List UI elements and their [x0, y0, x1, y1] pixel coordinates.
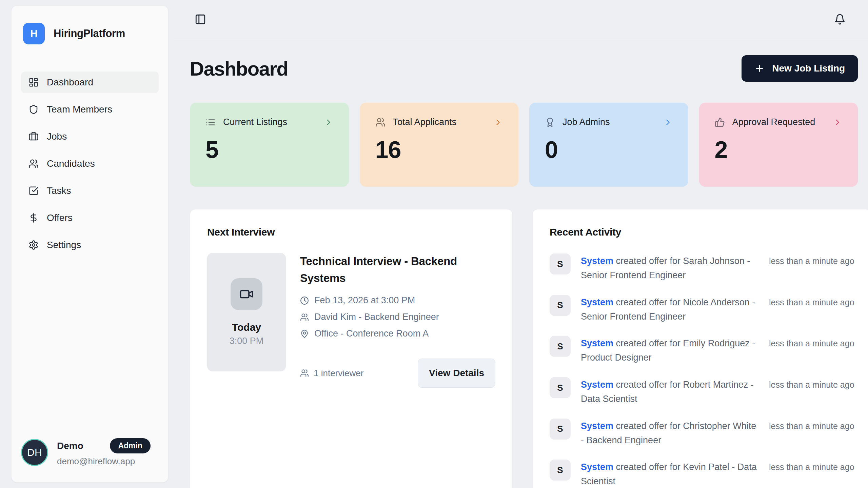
stat-value: 5 [205, 136, 333, 163]
activity-item: S System created offer for Sarah Johnson… [550, 253, 854, 283]
layout-dashboard-icon [28, 77, 39, 87]
new-job-listing-button[interactable]: New Job Listing [742, 55, 858, 82]
sidebar-item-team-members[interactable]: Team Members [21, 99, 159, 120]
activity-avatar: S [550, 253, 571, 274]
activity-list: S System created offer for Sarah Johnson… [550, 253, 854, 488]
activity-avatar: S [550, 377, 571, 398]
user-info: Demo Admin demo@hireflow.app [57, 438, 159, 467]
bell-icon [834, 14, 846, 25]
activity-avatar: S [550, 295, 571, 316]
sidebar-item-label: Candidates [47, 158, 95, 169]
sidebar-item-offers[interactable]: Offers [21, 207, 159, 229]
sidebar-toggle-button[interactable] [195, 14, 206, 25]
sidebar-item-jobs[interactable]: Jobs [21, 126, 159, 147]
sidebar-item-candidates[interactable]: Candidates [21, 153, 159, 175]
main-area: Dashboard New Job Listing Current Listin… [174, 0, 868, 488]
activity-timestamp: less than a minute ago [769, 295, 854, 307]
list-icon [205, 117, 216, 127]
interview-day: Today [232, 322, 261, 333]
award-icon [545, 117, 555, 127]
panel-left-icon [195, 14, 206, 25]
notifications-button[interactable] [834, 14, 846, 25]
activity-actor[interactable]: System [581, 421, 613, 431]
clock-icon [300, 296, 309, 305]
sidebar-item-label: Offers [47, 212, 73, 223]
topbar [174, 0, 868, 39]
stat-card-total-applicants[interactable]: Total Applicants 16 [360, 103, 519, 187]
user-email: demo@hireflow.app [57, 456, 159, 467]
stat-value: 0 [545, 136, 673, 163]
user-name: Demo [57, 441, 83, 451]
interview-time: 3:00 PM [230, 336, 264, 346]
activity-item: S System created offer for Christopher W… [550, 419, 854, 448]
chevron-right-icon [833, 118, 842, 127]
gear-icon [28, 240, 39, 250]
activity-timestamp: less than a minute ago [769, 253, 854, 266]
chevron-right-icon [324, 118, 333, 127]
brand: H HiringPlatform [18, 23, 161, 44]
interview-candidate-row: David Kim - Backend Engineer [300, 312, 495, 322]
activity-actor[interactable]: System [581, 297, 613, 307]
sidebar-item-settings[interactable]: Settings [21, 234, 159, 256]
view-details-button[interactable]: View Details [418, 359, 495, 388]
video-icon [231, 278, 262, 310]
interview-location-row: Office - Conference Room A [300, 328, 495, 339]
interview-datetime: Feb 13, 2026 at 3:00 PM [314, 295, 415, 306]
users-icon [375, 117, 386, 127]
map-pin-icon [300, 329, 309, 338]
user-profile[interactable]: DH Demo Admin demo@hireflow.app [12, 438, 168, 467]
stat-card-current-listings[interactable]: Current Listings 5 [190, 103, 349, 187]
activity-item: S System created offer for Emily Rodrigu… [550, 336, 854, 365]
stat-card-job-admins[interactable]: Job Admins 0 [529, 103, 688, 187]
stat-label: Job Admins [563, 117, 610, 127]
users-icon [28, 159, 39, 169]
interviewer-count: 1 interviewer [300, 368, 363, 379]
stat-value: 2 [715, 136, 843, 163]
content: Dashboard New Job Listing Current Listin… [174, 39, 868, 488]
interview-candidate: David Kim - Backend Engineer [314, 312, 439, 322]
next-interview-panel: Next Interview Today 3:00 PM Technical I… [190, 209, 513, 488]
activity-timestamp: less than a minute ago [769, 419, 854, 431]
activity-item: S System created offer for Nicole Anders… [550, 295, 854, 324]
users-icon [300, 313, 309, 322]
sidebar-item-dashboard[interactable]: Dashboard [21, 72, 159, 93]
chevron-right-icon [663, 118, 673, 127]
briefcase-icon [28, 131, 39, 142]
sidebar-item-label: Team Members [47, 104, 112, 115]
check-square-icon [28, 186, 39, 196]
brand-logo: H [23, 23, 45, 44]
activity-actor[interactable]: System [581, 380, 613, 390]
interview-date-tile: Today 3:00 PM [207, 253, 286, 371]
chevron-right-icon [493, 118, 503, 127]
sidebar-item-label: Tasks [47, 185, 71, 196]
activity-item: S System created offer for Robert Martin… [550, 377, 854, 406]
activity-actor[interactable]: System [581, 338, 613, 348]
stat-label: Approval Requested [732, 117, 815, 127]
page-title: Dashboard [190, 57, 288, 80]
interview-datetime-row: Feb 13, 2026 at 3:00 PM [300, 295, 495, 306]
interview-job-title: Technical Interview - Backend Systems [300, 253, 495, 286]
stat-value: 16 [375, 136, 503, 163]
activity-item: S System created offer for Kevin Patel -… [550, 460, 854, 488]
activity-avatar: S [550, 460, 571, 481]
activity-actor[interactable]: System [581, 256, 613, 266]
avatar: DH [21, 439, 48, 466]
sidebar-item-label: Dashboard [47, 77, 93, 88]
thumbs-up-icon [715, 117, 725, 127]
sidebar-item-label: Settings [47, 240, 81, 250]
activity-avatar: S [550, 419, 571, 440]
activity-timestamp: less than a minute ago [769, 377, 854, 390]
stat-card-approval-requested[interactable]: Approval Requested 2 [699, 103, 858, 187]
shield-icon [28, 104, 39, 115]
sidebar-item-label: Jobs [47, 131, 67, 142]
activity-avatar: S [550, 336, 571, 357]
plus-icon [754, 63, 765, 74]
users-icon [300, 369, 309, 378]
role-badge: Admin [110, 438, 151, 453]
sidebar-item-tasks[interactable]: Tasks [21, 180, 159, 202]
recent-activity-panel: Recent Activity S System created offer f… [532, 209, 868, 488]
activity-actor[interactable]: System [581, 462, 613, 472]
dollar-icon [28, 213, 39, 223]
recent-activity-title: Recent Activity [550, 226, 854, 238]
activity-timestamp: less than a minute ago [769, 336, 854, 348]
